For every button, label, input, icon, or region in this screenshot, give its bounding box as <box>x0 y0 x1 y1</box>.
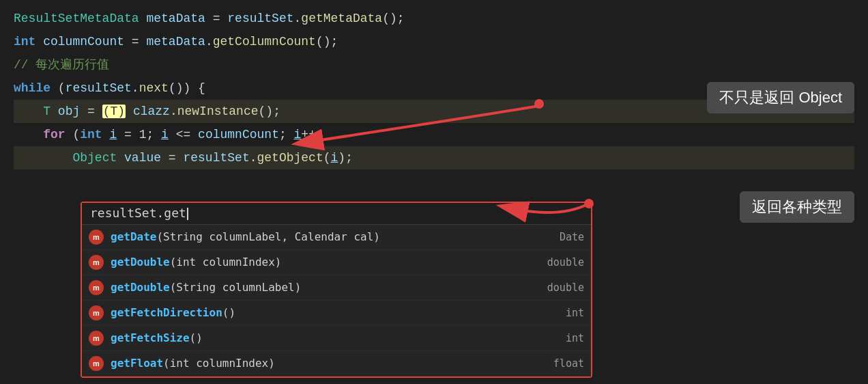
ac-item-getdouble-2[interactable]: m getDouble(String columnLabel) double <box>82 275 591 301</box>
method-icon-4: m <box>89 331 104 346</box>
return-type-0: Date <box>560 232 584 243</box>
ac-item-getdate[interactable]: m getDate(String columnLabel, Calendar c… <box>82 225 591 250</box>
code-line-1: ResultSetMetaData metaData = resultSet.g… <box>14 7 854 30</box>
autocomplete-dropdown[interactable]: resultSet.get m getDate(String columnLab… <box>81 202 592 378</box>
return-type-2: double <box>547 283 584 293</box>
code-line-3: // 每次遍历行值 <box>14 53 854 77</box>
return-type-5: float <box>553 359 584 369</box>
code-line-7: Object value = resultSet.getObject(i); <box>14 146 854 169</box>
ac-item-getfetchsize[interactable]: m getFetchSize() int <box>82 326 591 351</box>
method-name-1: getDouble(int columnIndex) <box>111 257 281 269</box>
method-name-0: getDate(String columnLabel, Calendar cal… <box>111 232 380 243</box>
method-name-3: getFetchDirection() <box>111 307 235 319</box>
method-icon-1: m <box>89 255 104 270</box>
method-name-2: getDouble(String columnLabel) <box>111 282 301 294</box>
method-icon-5: m <box>89 356 104 371</box>
return-type-3: int <box>566 308 584 318</box>
input-text: resultSet.get <box>90 206 186 220</box>
method-icon-3: m <box>89 305 104 320</box>
type-keyword: ResultSetMetaData <box>14 12 139 25</box>
var-metadata: metaData <box>146 12 205 25</box>
return-type-1: double <box>547 258 584 268</box>
method-name-4: getFetchSize() <box>111 333 203 344</box>
while-keyword: while <box>14 81 50 95</box>
bubble-not-only-object: 不只是返回 Object <box>707 82 854 113</box>
int-keyword: int <box>14 35 35 49</box>
code-line-2: int columnCount = metaData.getColumnCoun… <box>14 30 854 53</box>
bubble-return-types: 返回各种类型 <box>740 191 854 223</box>
method-icon-2: m <box>89 280 104 295</box>
ac-item-getfetchdirection[interactable]: m getFetchDirection() int <box>82 301 591 326</box>
method-name-5: getFloat(int columnIndex) <box>111 358 275 370</box>
method-icon-0: m <box>89 230 104 245</box>
ac-item-getdouble-1[interactable]: m getDouble(int columnIndex) double <box>82 250 591 275</box>
ac-item-getfloat[interactable]: m getFloat(int columnIndex) float <box>82 351 591 376</box>
code-line-6: for (int i = 1; i <= columnCount; i++ <box>14 123 854 146</box>
autocomplete-input: resultSet.get <box>82 203 591 225</box>
cursor <box>187 208 188 220</box>
return-type-4: int <box>566 333 584 344</box>
